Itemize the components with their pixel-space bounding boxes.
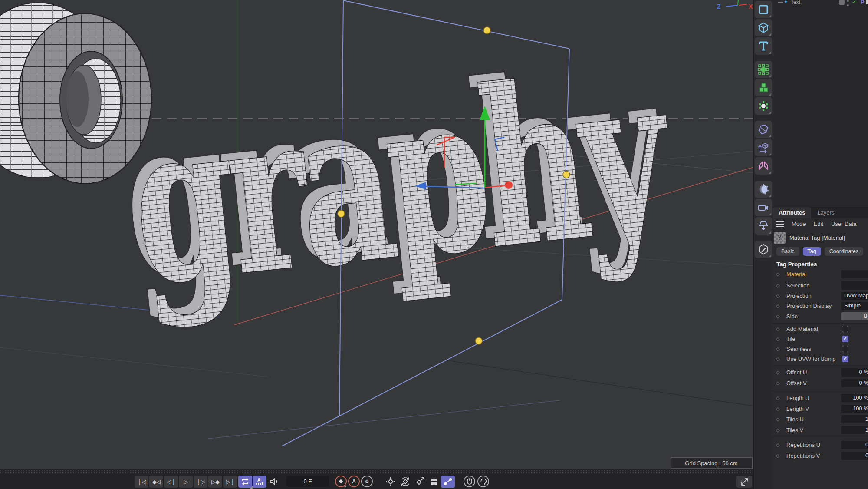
record-keyframe-button[interactable]	[335, 476, 347, 487]
prop-row-side: ◇ Side Both	[773, 311, 868, 322]
tab-attributes[interactable]: Attributes	[773, 207, 811, 218]
menu-edit[interactable]: Edit	[814, 221, 823, 227]
sound-button[interactable]	[267, 476, 281, 488]
length-u-field[interactable]: 100 %	[841, 394, 868, 402]
visibility-toggle-icon[interactable]	[839, 0, 845, 5]
camera-icon	[758, 202, 769, 213]
symmetry-tool-button[interactable]	[755, 157, 772, 175]
keyframe-settings-button[interactable]: ⚙	[361, 476, 373, 487]
repetitions-u-field[interactable]: 0	[841, 441, 868, 449]
light-icon	[758, 220, 769, 231]
plane-handle-top	[483, 27, 490, 34]
timeline-expand-button[interactable]	[736, 476, 752, 488]
arc-arrow-icon	[480, 479, 487, 485]
tiles-u-field[interactable]: 1	[841, 415, 868, 423]
field-icon	[758, 64, 769, 75]
repetitions-v-field[interactable]: 0	[841, 452, 868, 460]
previous-frame-button[interactable]: ◁❘	[164, 476, 178, 488]
tab-coordinates[interactable]: Coordinates	[825, 247, 863, 256]
next-key-button[interactable]: ▷◆	[208, 476, 222, 488]
animation-toolbar: ❘◁ ◆◁ ◁❘ ▷ ❘▷ ▷◆ ▷❘ A 0 F A ⚙	[0, 469, 753, 489]
text-tool-button[interactable]	[755, 37, 772, 55]
prop-row-repetitions-v: ◇ Repetitions V 0	[773, 451, 868, 461]
attributes-menubar: Mode Edit User Data	[773, 218, 868, 229]
tab-tag[interactable]: Tag	[803, 247, 821, 256]
go-to-start-button[interactable]: ❘◁	[135, 476, 148, 488]
prop-row-selection: ◇ Selection	[773, 281, 868, 291]
point-level-animation-toggle[interactable]	[441, 476, 455, 488]
plane-handle-bottom	[475, 337, 482, 344]
enabled-check-icon[interactable]: ✓	[852, 0, 856, 5]
offset-u-field[interactable]: 0 %	[841, 368, 868, 377]
sky-tool-button[interactable]	[755, 181, 772, 198]
prop-row-tiles-v: ◇ Tiles V 1	[773, 425, 868, 436]
tiles-v-field[interactable]: 1	[841, 426, 868, 434]
tag-title: Material Tag [Material]	[789, 235, 845, 241]
timeline-ruler[interactable]	[0, 469, 753, 474]
side-toolbar	[753, 0, 773, 489]
projection-dropdown[interactable]: UVW Mapping	[841, 292, 868, 300]
3d-viewport[interactable]: graphy graphy	[0, 0, 753, 469]
current-frame-field[interactable]: 0 F	[286, 476, 329, 487]
hamburger-icon[interactable]	[776, 221, 784, 227]
menu-mode[interactable]: Mode	[792, 221, 806, 227]
editor-dots-icon[interactable]: ●●	[847, 0, 849, 7]
selection-field[interactable]	[841, 281, 868, 290]
grid-spacing-box: Grid Spacing : 50 cm	[671, 457, 752, 469]
next-frame-button[interactable]: ❘▷	[194, 476, 207, 488]
prop-row-tiles-u: ◇ Tiles U 1	[773, 414, 868, 425]
record-rotation-mode-button[interactable]	[477, 476, 489, 487]
object-manager-row[interactable]: — ✦ Text ●● ✓ P	[773, 0, 868, 7]
tab-layers[interactable]: Layers	[811, 207, 840, 218]
camera-tool-button[interactable]	[755, 199, 772, 216]
section-title: Tag Properties	[773, 258, 868, 268]
panel-tabs: Attributes Layers	[773, 207, 868, 218]
deformer-icon	[758, 124, 769, 135]
simulation-tool-button[interactable]	[755, 97, 772, 115]
position-key-toggle[interactable]	[384, 476, 398, 488]
tree-line: —	[778, 0, 783, 5]
symmetry-icon	[758, 160, 769, 172]
tile-checkbox[interactable]	[842, 336, 848, 342]
axis-x-label: X	[749, 3, 753, 10]
side-cycle-button[interactable]: Both	[841, 312, 868, 320]
loop-playback-button[interactable]	[238, 476, 252, 488]
record-on-mouse-button[interactable]	[464, 476, 475, 487]
p-tag-icon[interactable]: P	[861, 0, 864, 5]
prop-row-length-u: ◇ Length U 100 %	[773, 393, 868, 403]
scale-key-icon	[415, 477, 425, 486]
rotation-key-toggle[interactable]	[398, 476, 412, 488]
field-tool-button[interactable]	[755, 61, 772, 78]
sky-sphere-icon	[758, 184, 769, 195]
previous-key-button[interactable]: ◆◁	[149, 476, 163, 488]
material-field[interactable]	[841, 270, 868, 278]
tab-basic[interactable]: Basic	[776, 247, 799, 256]
light-tool-button[interactable]	[755, 217, 772, 235]
play-button[interactable]: ▷	[179, 476, 193, 488]
go-to-end-button[interactable]: ▷❘	[223, 476, 237, 488]
projection-display-dropdown[interactable]: Simple	[841, 302, 868, 310]
material-tool-button[interactable]	[755, 241, 772, 258]
object-label[interactable]: Text	[791, 0, 800, 5]
play-mode-button[interactable]: A	[253, 476, 266, 488]
add-material-checkbox[interactable]	[842, 326, 848, 332]
text-tool-icon	[758, 40, 769, 52]
scale-key-toggle[interactable]	[413, 476, 427, 488]
primitive-cube-tool-button[interactable]	[755, 19, 772, 36]
spline-rectangle-tool-button[interactable]	[755, 1, 772, 18]
volume-tool-button[interactable]	[755, 79, 772, 96]
axis-transform-tool-button[interactable]	[755, 139, 772, 156]
viewport-canvas[interactable]: graphy graphy	[0, 0, 753, 469]
autokeying-button[interactable]: A	[348, 476, 360, 487]
prop-row-add-material: ◇ Add Material	[773, 324, 868, 334]
plane-handle-right	[563, 171, 570, 178]
deformer-tool-button[interactable]	[755, 121, 772, 138]
length-v-field[interactable]: 100 %	[841, 405, 868, 413]
menu-user-data[interactable]: User Data	[831, 221, 857, 227]
material-thumbnail[interactable]: ?	[774, 232, 786, 244]
seamless-checkbox[interactable]	[842, 346, 848, 352]
parameter-key-toggle[interactable]	[427, 476, 441, 488]
offset-v-field[interactable]: 0 %	[841, 379, 868, 387]
record-diamond-icon	[338, 479, 344, 484]
use-uvw-checkbox[interactable]	[842, 356, 848, 362]
